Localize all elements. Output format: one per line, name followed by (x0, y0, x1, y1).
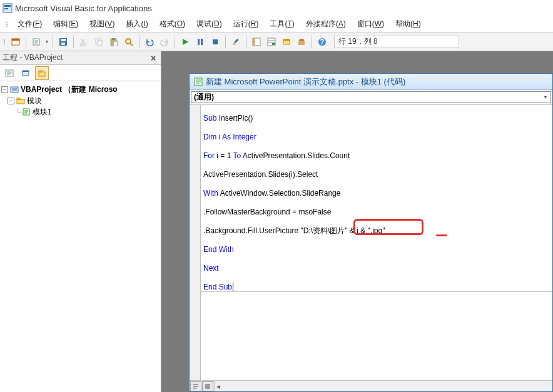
dropdown-arrow-icon[interactable]: ▼ (44, 39, 49, 44)
folder-icon (16, 96, 25, 105)
tree-line: └┈ (15, 109, 22, 116)
app-icon (3, 3, 13, 13)
reset-icon[interactable] (208, 35, 222, 49)
cursor-position: 行 19，列 8 (334, 36, 459, 48)
object-browser-icon[interactable] (280, 35, 293, 49)
code-margin (190, 105, 201, 380)
project-explorer-icon[interactable] (250, 35, 263, 49)
svg-rect-15 (98, 41, 102, 46)
redo-icon[interactable] (158, 35, 171, 49)
svg-rect-41 (23, 71, 29, 72)
collapse-icon[interactable]: − (1, 86, 8, 93)
menu-debug[interactable]: 调试(D) (193, 18, 226, 31)
tree-module-item[interactable]: └┈ 模块1 (1, 106, 160, 118)
break-icon[interactable] (193, 35, 207, 49)
menubar: 文件(F) 编辑(E) 视图(V) 插入(I) 格式(O) 调试(D) 运行(R… (0, 16, 553, 33)
svg-rect-30 (272, 43, 275, 45)
cut-icon[interactable] (77, 35, 91, 49)
toolbar: ▼ ? 行 19，列 8 (0, 33, 553, 51)
insert-module-icon[interactable] (29, 35, 43, 49)
separator (225, 36, 226, 48)
run-icon[interactable] (178, 35, 192, 49)
project-icon (10, 85, 19, 94)
menu-edit[interactable]: 编辑(E) (49, 18, 82, 31)
save-icon[interactable] (56, 35, 70, 49)
separator (73, 36, 74, 48)
tree-folder-modules[interactable]: − 模块 (1, 95, 160, 106)
object-combo[interactable]: (通用) ▼ (191, 91, 551, 103)
menu-addins[interactable]: 外接程序(A) (302, 18, 350, 31)
copy-icon[interactable] (92, 35, 106, 49)
menu-help[interactable]: 帮助(H) (392, 18, 425, 31)
menu-format[interactable]: 格式(O) (156, 18, 189, 31)
code-editor[interactable]: Sub InsertPic() Dim i As Integer For i =… (190, 105, 552, 380)
svg-rect-42 (39, 72, 45, 76)
svg-rect-48 (17, 98, 20, 99)
project-tree[interactable]: − VBAProject （新建 Microso − 模块 └┈ 模块1 (0, 81, 161, 392)
separator (312, 36, 312, 48)
menu-window[interactable]: 窗口(W) (353, 18, 388, 31)
svg-rect-2 (4, 8, 8, 9)
full-module-view-icon[interactable] (202, 381, 213, 391)
menu-view[interactable]: 视图(V) (86, 18, 118, 31)
module-icon (22, 108, 31, 116)
code-window: 新建 Microsoft PowerPoint 演示文稿.pptx - 模块1 … (189, 73, 553, 392)
close-icon[interactable]: × (148, 53, 158, 63)
separator (246, 36, 246, 48)
code-window-title: 新建 Microsoft PowerPoint 演示文稿.pptx - 模块1 … (206, 76, 405, 88)
svg-rect-43 (39, 71, 42, 72)
svg-rect-17 (112, 38, 115, 40)
view-ppt-icon[interactable] (9, 35, 23, 49)
svg-text:?: ? (320, 38, 324, 46)
app-title: Microsoft Visual Basic for Applications (15, 4, 152, 13)
project-panel-title: 工程 - VBAProject (3, 53, 63, 63)
toolbox-icon[interactable] (295, 35, 308, 49)
menu-run[interactable]: 运行(R) (230, 18, 263, 31)
svg-point-19 (126, 39, 131, 44)
menu-insert[interactable]: 插入(I) (122, 18, 151, 31)
tree-root[interactable]: − VBAProject （新建 Microso (1, 84, 160, 95)
procedure-view-icon[interactable] (190, 381, 201, 391)
app-titlebar: Microsoft Visual Basic for Applications (0, 0, 553, 16)
svg-rect-11 (61, 43, 65, 45)
svg-rect-18 (113, 41, 118, 46)
svg-rect-22 (201, 39, 203, 45)
svg-rect-47 (17, 99, 24, 104)
separator (175, 36, 175, 48)
svg-rect-1 (4, 5, 11, 7)
code-text[interactable]: Sub InsertPic() Dim i As Integer For i =… (203, 109, 552, 296)
properties-icon[interactable] (265, 35, 278, 49)
project-explorer-panel: 工程 - VBAProject × − VBAProject （新建 Micro… (0, 51, 161, 392)
separator (26, 36, 26, 48)
tree-root-label: VBAProject （新建 Microso (21, 84, 118, 95)
design-mode-icon[interactable] (229, 35, 243, 49)
view-object-icon[interactable] (19, 66, 33, 80)
annotation-box (353, 219, 424, 235)
project-panel-toolbar (0, 65, 161, 81)
toggle-folders-icon[interactable] (35, 66, 49, 80)
mdi-area: 新建 Microsoft PowerPoint 演示文稿.pptx - 模块1 … (161, 51, 553, 392)
code-window-titlebar[interactable]: 新建 Microsoft PowerPoint 演示文稿.pptx - 模块1 … (190, 74, 552, 90)
svg-rect-10 (61, 39, 66, 41)
toolbar-grip[interactable] (3, 39, 6, 44)
svg-rect-26 (253, 38, 255, 46)
menu-file[interactable]: 文件(F) (14, 18, 46, 31)
tree-folder-label: 模块 (27, 96, 42, 106)
svg-rect-4 (12, 39, 19, 41)
main-area: 工程 - VBAProject × − VBAProject （新建 Micro… (0, 51, 553, 392)
code-separator (201, 291, 552, 292)
paste-icon[interactable] (107, 35, 121, 49)
menu-tools[interactable]: 工具(T) (266, 18, 298, 31)
svg-rect-32 (283, 39, 290, 41)
undo-icon[interactable] (143, 35, 156, 49)
toolbar-grip[interactable] (5, 22, 9, 27)
tree-module-label: 模块1 (33, 107, 52, 118)
view-code-icon[interactable] (3, 66, 16, 80)
text-cursor (233, 283, 233, 291)
annotation-underline (436, 234, 447, 236)
code-view-switcher: ◂ (190, 380, 552, 391)
collapse-icon[interactable]: − (8, 98, 14, 104)
svg-line-20 (130, 43, 133, 46)
help-icon[interactable]: ? (315, 35, 329, 49)
find-icon[interactable] (122, 35, 136, 49)
